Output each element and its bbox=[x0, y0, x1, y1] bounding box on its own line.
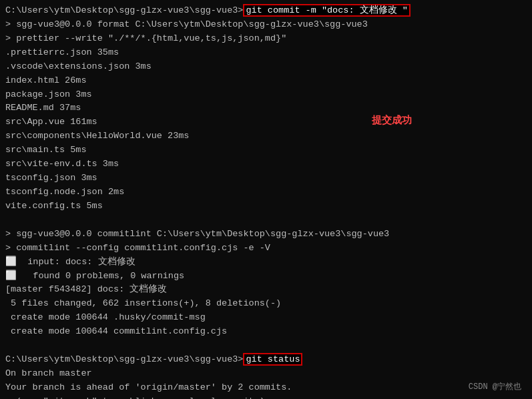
success-text: 提交成功 bbox=[372, 115, 412, 127]
blank-1 bbox=[5, 214, 527, 228]
prettier-line: > prettier --write "./**/*.{html,vue,ts,… bbox=[5, 32, 527, 46]
create2: create mode 100644 commitlint.config.cjs bbox=[5, 325, 527, 339]
blank-2 bbox=[5, 339, 527, 353]
git-status-command: git status bbox=[243, 353, 302, 366]
file-6: src\components\HelloWorld.vue 23ms bbox=[5, 129, 527, 143]
found-line: ⬜ found 0 problems, 0 warnings bbox=[5, 270, 527, 284]
file-7: src\main.ts 5ms bbox=[5, 143, 527, 157]
file-10: tsconfig.node.json 2ms bbox=[5, 185, 527, 200]
file-1: .vscode\extensions.json 3ms bbox=[5, 60, 527, 74]
file-9: tsconfig.json 3ms bbox=[5, 171, 527, 185]
changed-line: 5 files changed, 662 insertions(+), 8 de… bbox=[5, 297, 527, 311]
master-line: [master f543482] docs: 文档修改 bbox=[5, 283, 527, 297]
use-git: (use "git push" to publish your local co… bbox=[5, 395, 527, 399]
git-commit-command: git commit -m "docs: 文档修改 " bbox=[243, 4, 410, 17]
file-11: vite.config.ts 5ms bbox=[5, 200, 527, 214]
input-line: ⬜ input: docs: 文档修改 bbox=[5, 256, 527, 270]
format-line: > sgg-vue3@0.0.0 format C:\Users\ytm\Des… bbox=[5, 18, 527, 32]
file-5: src\App.vue 161ms bbox=[5, 115, 527, 129]
file-4: README.md 37ms bbox=[5, 101, 527, 115]
commitlint-cmd: > commitlint --config commitlint.config.… bbox=[5, 242, 527, 256]
on-branch: On branch master bbox=[5, 367, 527, 381]
watermark: CSDN @宁然也 bbox=[469, 381, 521, 394]
terminal-window: C:\Users\ytm\Desktop\sgg-glzx-vue3\sgg-v… bbox=[0, 0, 532, 399]
command-line-1: C:\Users\ytm\Desktop\sgg-glzx-vue3\sgg-v… bbox=[5, 4, 527, 18]
create1: create mode 100644 .husky/commit-msg bbox=[5, 311, 527, 325]
file-2: index.html 26ms bbox=[5, 74, 527, 88]
command-line-2: C:\Users\ytm\Desktop\sgg-glzx-vue3\sgg-v… bbox=[5, 353, 527, 367]
commitlint-prefix: > sgg-vue3@0.0.0 commitlint C:\Users\ytm… bbox=[5, 228, 527, 242]
prompt-1: C:\Users\ytm\Desktop\sgg-glzx-vue3\sgg-v… bbox=[5, 5, 243, 15]
your-branch: Your branch is ahead of 'origin/master' … bbox=[5, 381, 527, 395]
file-3: package.json 3ms bbox=[5, 88, 527, 102]
file-0: .prettierrc.json 35ms bbox=[5, 46, 527, 60]
file-8: src\vite-env.d.ts 3ms bbox=[5, 157, 527, 171]
prompt-2: C:\Users\ytm\Desktop\sgg-glzx-vue3\sgg-v… bbox=[5, 354, 243, 364]
